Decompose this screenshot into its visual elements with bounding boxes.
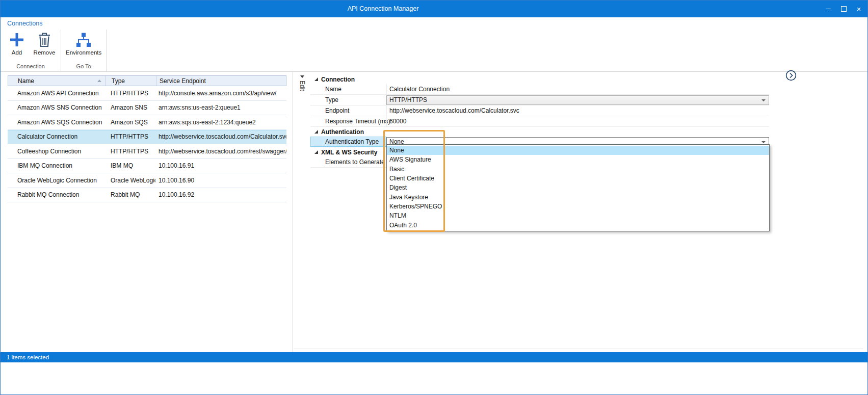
close-button[interactable]: ×	[851, 1, 866, 17]
dropdown-option[interactable]: NTLM	[387, 211, 769, 220]
cell-endpoint: arn:aws:sqs:us-east-2:1234:queue2	[155, 115, 286, 129]
window-controls: ×	[821, 1, 866, 17]
tab-connections[interactable]: Connections	[7, 20, 43, 27]
cell-endpoint: 10.100.16.90	[155, 173, 286, 188]
cell-name: IBM MQ Connection	[8, 159, 104, 173]
column-header-type[interactable]: Type	[105, 76, 156, 86]
environments-icon	[74, 31, 93, 49]
cell-name: Amazon AWS SNS Connection	[8, 101, 104, 115]
column-header-service-endpoint[interactable]: Service Endpoint	[156, 76, 286, 86]
minimize-icon	[826, 9, 831, 9]
expander-icon[interactable]	[314, 77, 318, 81]
cell-type: IBM MQ	[104, 159, 155, 173]
panel-splitter[interactable]	[293, 72, 293, 352]
prop-row-response-timeout[interactable]: Response Timeout (ms) 60000	[310, 116, 769, 127]
environments-button[interactable]: Environments	[64, 30, 103, 56]
expander-icon[interactable]	[314, 130, 318, 134]
dropdown-option[interactable]: Digest	[387, 183, 769, 192]
environments-button-label: Environments	[66, 49, 101, 56]
table-row[interactable]: Coffeeshop Connection HTTP/HTTPS http://…	[8, 144, 286, 159]
table-row[interactable]: IBM MQ Connection IBM MQ 10.100.16.91	[8, 159, 286, 174]
dropdown-option[interactable]: Kerberos/SPNEGO	[387, 202, 769, 211]
group-authentication[interactable]: Authentication	[310, 127, 769, 137]
prop-row-endpoint[interactable]: Endpoint http://webservice.toscacloud.co…	[310, 106, 769, 116]
chevron-down-icon	[761, 99, 766, 101]
panel-bottom-border	[294, 349, 863, 349]
status-text: 1 items selected	[7, 354, 49, 360]
connections-table: Name Type Service Endpoint Amazon AWS AP…	[8, 75, 286, 202]
cell-type: Rabbit MQ	[104, 188, 155, 202]
cell-type: Amazon SNS	[104, 101, 155, 115]
remove-button[interactable]: Remove	[31, 30, 58, 56]
cell-name: Rabbit MQ Connection	[8, 188, 104, 202]
table-row[interactable]: Rabbit MQ Connection Rabbit MQ 10.100.16…	[8, 188, 286, 203]
maximize-button[interactable]	[836, 1, 851, 17]
table-row[interactable]: Oracle WebLogic Connection Oracle WebLog…	[8, 173, 286, 188]
column-header-name-label: Name	[18, 77, 34, 85]
table-row[interactable]: Calculator Connection HTTP/HTTPS http://…	[8, 130, 286, 145]
prop-value-endpoint[interactable]: http://webservice.toscacloud.com/Calcula…	[386, 106, 769, 116]
prop-value-response-timeout[interactable]: 60000	[386, 116, 769, 126]
table-row[interactable]: Amazon AWS SNS Connection Amazon SNS arn…	[8, 101, 286, 116]
type-combobox[interactable]: HTTP/HTTPS	[386, 95, 769, 105]
cell-type: HTTP/HTTPS	[104, 86, 155, 100]
column-header-name[interactable]: Name	[8, 76, 105, 86]
prop-label-authentication-type: Authentication Type	[310, 137, 386, 147]
group-label-connection: Connection	[3, 62, 58, 71]
cell-name: Oracle WebLogic Connection	[8, 173, 104, 188]
cell-endpoint: http://webservice.toscacloud.com/Calcula…	[155, 130, 286, 144]
add-button[interactable]: Add	[3, 30, 31, 56]
minimize-button[interactable]	[821, 1, 836, 17]
cell-endpoint: arn:aws:sns:us-east-2:queue1	[155, 101, 286, 115]
prop-row-name[interactable]: Name Calculator Connection	[310, 84, 769, 95]
remove-trash-icon	[38, 31, 50, 49]
authentication-type-dropdown-list: None AWS Signature Basic Client Certific…	[386, 144, 770, 231]
prop-row-type[interactable]: Type HTTP/HTTPS	[310, 95, 769, 106]
ribbon-buttons: Environments	[64, 30, 103, 56]
dropdown-option[interactable]: AWS Signature	[387, 155, 769, 164]
cell-name: Amazon AWS API Connection	[8, 86, 104, 100]
column-header-endpoint-label: Service Endpoint	[160, 77, 206, 85]
maximize-icon	[841, 6, 847, 12]
add-button-label: Add	[12, 49, 22, 56]
group-connection[interactable]: Connection	[310, 74, 769, 84]
cell-type: HTTP/HTTPS	[104, 130, 155, 144]
prop-value-name[interactable]: Calculator Connection	[386, 84, 769, 94]
column-header-type-label: Type	[112, 77, 125, 85]
window-title: API Connection Manager	[1, 1, 766, 17]
sort-ascending-icon	[97, 80, 101, 82]
edit-tab-label: Edit	[299, 81, 306, 91]
dropdown-option[interactable]: Basic	[387, 165, 769, 174]
table-row[interactable]: Amazon AWS SQS Connection Amazon SQS arn…	[8, 115, 286, 130]
dropdown-option[interactable]: Client Certificate	[387, 174, 769, 183]
edit-tab[interactable]: Edit	[296, 75, 309, 91]
ribbon-group-go-to: Environments Go To	[61, 30, 107, 71]
add-plus-icon	[9, 31, 25, 49]
prop-label-response-timeout: Response Timeout (ms)	[310, 116, 386, 126]
dropdown-option[interactable]: None	[387, 146, 769, 155]
dropdown-option[interactable]: OAuth 2.0	[387, 220, 769, 229]
chevron-right-circle-icon	[785, 70, 797, 81]
group-connection-label: Connection	[321, 76, 355, 83]
prop-label-elements-to-generate: Elements to Generate	[310, 157, 386, 167]
cell-type: HTTP/HTTPS	[104, 144, 155, 159]
expander-icon[interactable]	[314, 150, 318, 154]
prop-label-name: Name	[310, 84, 386, 94]
type-combobox-value: HTTP/HTTPS	[389, 96, 427, 103]
table-row[interactable]: Amazon AWS API Connection HTTP/HTTPS htt…	[8, 86, 286, 101]
dropdown-option[interactable]: Java Keystore	[387, 192, 769, 201]
cell-endpoint: http://console.aws.amazon.com/s3/ap/view…	[155, 86, 286, 100]
expand-panel-button[interactable]	[785, 70, 797, 81]
ribbon-group-connection: Add Remove Con	[1, 30, 61, 71]
property-grid: Connection Name Calculator Connection Ty…	[310, 74, 769, 168]
ribbon-body: Add Remove Con	[1, 30, 107, 71]
close-icon: ×	[857, 5, 861, 13]
group-authentication-label: Authentication	[321, 128, 364, 136]
cell-name: Coffeeshop Connection	[8, 144, 104, 159]
cell-endpoint: http://webservice.toscacloud.com/rest/sw…	[155, 144, 286, 159]
prop-value-type: HTTP/HTTPS	[386, 95, 769, 105]
app-window: API Connection Manager × Connections Add	[0, 0, 868, 395]
cell-endpoint: 10.100.16.91	[155, 159, 286, 173]
prop-label-type: Type	[310, 95, 386, 105]
table-header: Name Type Service Endpoint	[8, 75, 286, 86]
